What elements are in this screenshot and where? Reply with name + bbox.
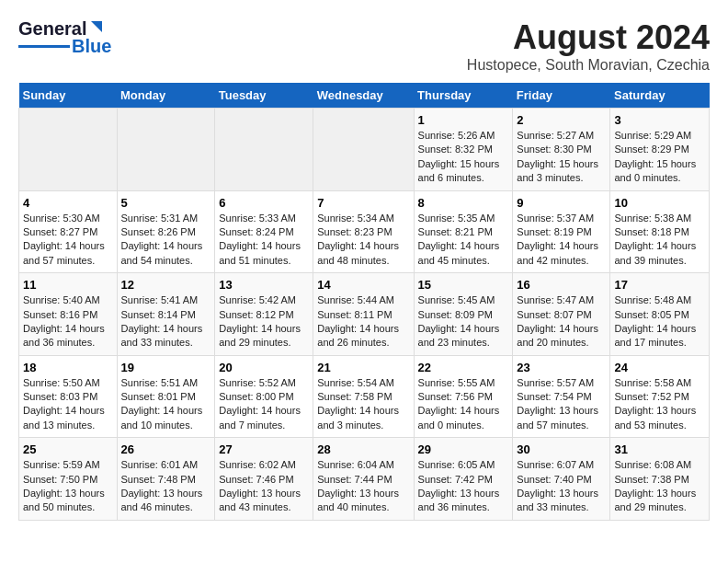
- day-info-line: Sunrise: 5:30 AM: [23, 213, 100, 224]
- table-row: 10Sunrise: 5:38 AMSunset: 8:18 PMDayligh…: [610, 190, 710, 273]
- table-row: 8Sunrise: 5:35 AMSunset: 8:21 PMDaylight…: [414, 190, 513, 273]
- table-row: 14Sunrise: 5:44 AMSunset: 8:11 PMDayligh…: [313, 273, 414, 356]
- day-info: Sunrise: 6:04 AMSunset: 7:44 PMDaylight:…: [317, 458, 409, 515]
- logo-blue-text: Blue: [72, 36, 111, 57]
- day-info: Sunrise: 6:05 AMSunset: 7:42 PMDaylight:…: [418, 458, 509, 515]
- day-info: Sunrise: 5:58 AMSunset: 7:52 PMDaylight:…: [614, 376, 705, 433]
- table-row: 6Sunrise: 5:33 AMSunset: 8:24 PMDaylight…: [215, 190, 313, 273]
- day-info-line: Sunset: 7:40 PM: [517, 474, 591, 485]
- table-row: 29Sunrise: 6:05 AMSunset: 7:42 PMDayligh…: [414, 438, 513, 521]
- logo-arrow-icon: [87, 19, 104, 36]
- day-number: 27: [219, 442, 309, 456]
- day-number: 29: [418, 442, 509, 456]
- day-info-line: Sunrise: 5:41 AM: [121, 294, 199, 305]
- day-info-line: Sunrise: 5:29 AM: [614, 130, 691, 141]
- day-info-line: Sunrise: 5:57 AM: [517, 377, 594, 388]
- day-number: 25: [23, 442, 113, 456]
- table-row: 18Sunrise: 5:50 AMSunset: 8:03 PMDayligh…: [19, 355, 118, 438]
- day-info-line: Daylight: 13 hours and 53 minutes.: [614, 405, 696, 430]
- day-info-line: Sunrise: 5:42 AM: [219, 294, 296, 305]
- day-info-line: Daylight: 14 hours and 10 minutes.: [121, 405, 203, 430]
- day-info-line: Sunrise: 6:04 AM: [317, 459, 394, 470]
- day-number: 28: [317, 442, 409, 456]
- day-info-line: Daylight: 14 hours and 42 minutes.: [517, 240, 598, 265]
- day-info: Sunrise: 5:50 AMSunset: 8:03 PMDaylight:…: [23, 376, 113, 433]
- day-info-line: Sunrise: 5:35 AM: [418, 213, 495, 224]
- day-number: 12: [121, 278, 211, 292]
- day-info: Sunrise: 5:44 AMSunset: 8:11 PMDaylight:…: [317, 293, 409, 350]
- day-info-line: Sunrise: 5:58 AM: [614, 377, 691, 388]
- day-info: Sunrise: 6:01 AMSunset: 7:48 PMDaylight:…: [121, 458, 211, 515]
- table-row: 3Sunrise: 5:29 AMSunset: 8:29 PMDaylight…: [610, 109, 710, 191]
- day-number: 2: [517, 113, 606, 127]
- day-info-line: Sunset: 8:26 PM: [121, 226, 196, 237]
- table-row: 31Sunrise: 6:08 AMSunset: 7:38 PMDayligh…: [610, 438, 710, 521]
- table-row: 12Sunrise: 5:41 AMSunset: 8:14 PMDayligh…: [117, 273, 215, 356]
- day-number: 31: [614, 442, 705, 456]
- day-info-line: Sunset: 8:18 PM: [614, 226, 688, 237]
- day-info-line: Sunset: 7:42 PM: [418, 474, 493, 485]
- day-info: Sunrise: 5:34 AMSunset: 8:23 PMDaylight:…: [317, 212, 409, 269]
- table-row: 28Sunrise: 6:04 AMSunset: 7:44 PMDayligh…: [313, 438, 414, 521]
- day-info-line: Sunset: 8:24 PM: [219, 226, 293, 237]
- day-info-line: Daylight: 14 hours and 3 minutes.: [317, 405, 399, 430]
- day-info-line: Daylight: 14 hours and 26 minutes.: [317, 323, 399, 348]
- day-number: 13: [219, 278, 309, 292]
- day-info-line: Sunset: 8:05 PM: [614, 309, 688, 320]
- table-row: 20Sunrise: 5:52 AMSunset: 8:00 PMDayligh…: [215, 355, 313, 438]
- day-info: Sunrise: 6:02 AMSunset: 7:46 PMDaylight:…: [219, 458, 309, 515]
- table-row: 24Sunrise: 5:58 AMSunset: 7:52 PMDayligh…: [610, 355, 710, 438]
- table-row: 21Sunrise: 5:54 AMSunset: 7:58 PMDayligh…: [313, 355, 414, 438]
- day-info-line: Daylight: 13 hours and 57 minutes.: [517, 405, 598, 430]
- table-row: 25Sunrise: 5:59 AMSunset: 7:50 PMDayligh…: [19, 438, 118, 521]
- day-info-line: Daylight: 15 hours and 6 minutes.: [418, 158, 500, 183]
- day-number: 16: [517, 278, 606, 292]
- day-info-line: Sunrise: 5:54 AM: [317, 377, 394, 388]
- day-info-line: Sunset: 8:16 PM: [23, 309, 97, 320]
- day-number: 23: [517, 361, 606, 374]
- day-number: 6: [219, 196, 309, 210]
- day-info-line: Daylight: 14 hours and 29 minutes.: [219, 323, 301, 348]
- table-row: 23Sunrise: 5:57 AMSunset: 7:54 PMDayligh…: [513, 355, 610, 438]
- day-info-line: Sunrise: 5:59 AM: [23, 459, 100, 470]
- table-row: 7Sunrise: 5:34 AMSunset: 8:23 PMDaylight…: [313, 190, 414, 273]
- day-info-line: Sunrise: 5:37 AM: [517, 213, 594, 224]
- header-wednesday: Wednesday: [313, 83, 414, 109]
- day-info-line: Sunrise: 5:48 AM: [614, 294, 691, 305]
- day-info-line: Daylight: 13 hours and 29 minutes.: [614, 488, 696, 512]
- day-info-line: Daylight: 15 hours and 3 minutes.: [517, 158, 598, 183]
- day-number: 5: [121, 196, 211, 210]
- day-info-line: Sunset: 8:03 PM: [23, 391, 97, 402]
- table-row: 26Sunrise: 6:01 AMSunset: 7:48 PMDayligh…: [117, 438, 215, 521]
- day-info: Sunrise: 5:35 AMSunset: 8:21 PMDaylight:…: [418, 212, 509, 269]
- day-info-line: Sunrise: 5:38 AM: [614, 213, 691, 224]
- day-info-line: Sunrise: 6:08 AM: [614, 459, 691, 470]
- calendar-header: Sunday Monday Tuesday Wednesday Thursday…: [19, 83, 710, 109]
- table-row: [313, 109, 414, 191]
- table-row: 22Sunrise: 5:55 AMSunset: 7:56 PMDayligh…: [414, 355, 513, 438]
- day-info-line: Sunrise: 5:33 AM: [219, 213, 296, 224]
- day-info-line: Sunset: 7:54 PM: [517, 391, 591, 402]
- day-info: Sunrise: 5:38 AMSunset: 8:18 PMDaylight:…: [614, 212, 705, 269]
- day-info: Sunrise: 5:52 AMSunset: 8:00 PMDaylight:…: [219, 376, 309, 433]
- table-row: [19, 109, 118, 191]
- day-info-line: Daylight: 13 hours and 46 minutes.: [121, 488, 203, 512]
- day-info-line: Sunrise: 5:26 AM: [418, 130, 495, 141]
- day-info-line: Daylight: 14 hours and 36 minutes.: [23, 323, 105, 348]
- day-info-line: Sunset: 8:29 PM: [614, 144, 688, 155]
- day-info: Sunrise: 5:57 AMSunset: 7:54 PMDaylight:…: [517, 376, 606, 433]
- day-info-line: Sunset: 8:01 PM: [121, 391, 196, 402]
- table-row: [215, 109, 313, 191]
- svg-marker-0: [91, 21, 102, 32]
- day-number: 30: [517, 442, 606, 456]
- day-info-line: Sunrise: 5:40 AM: [23, 294, 100, 305]
- day-info-line: Sunset: 7:50 PM: [23, 474, 97, 485]
- calendar-table: Sunday Monday Tuesday Wednesday Thursday…: [18, 83, 710, 521]
- day-number: 4: [23, 196, 113, 210]
- header-friday: Friday: [513, 83, 610, 109]
- day-info-line: Daylight: 14 hours and 20 minutes.: [517, 323, 598, 348]
- day-number: 18: [23, 361, 113, 374]
- day-info-line: Daylight: 14 hours and 48 minutes.: [317, 240, 399, 265]
- day-info-line: Sunset: 8:12 PM: [219, 309, 293, 320]
- day-info-line: Sunset: 7:58 PM: [317, 391, 392, 402]
